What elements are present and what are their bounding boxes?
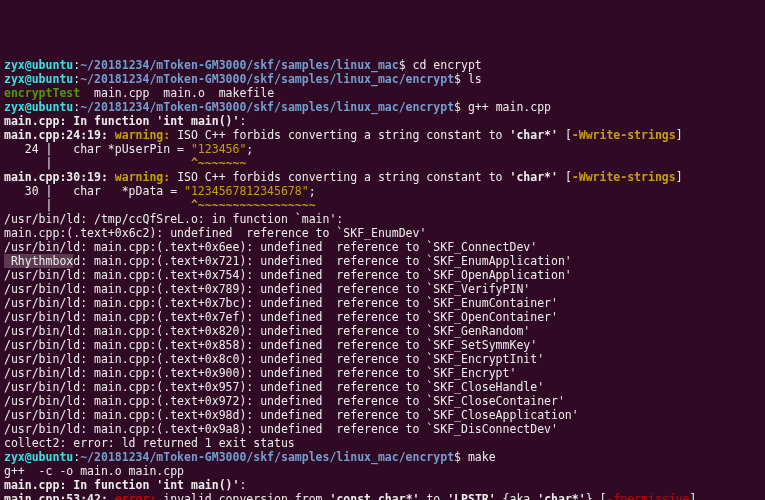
err-loc: main.cpp:53:42: [4,492,108,500]
prompt-user: zyx@ubuntu [4,450,73,464]
caret-underline: ^~~~~~~~ [191,156,246,170]
ld-ref: /usr/bin/ld: main.cpp:(.text+0x858): und… [4,338,537,352]
ld-ref: /usr/bin/ld: main.cpp:(.text+0x7ef): und… [4,310,558,324]
error-msg: invalid conversion from [163,492,322,500]
cmd-ls: ls [468,72,482,86]
ld-ref: /usr/bin/ld: main.cpp:(.text+0x8c0): und… [4,352,544,366]
prompt-user: zyx@ubuntu [4,100,73,114]
cmd-cd: cd encrypt [413,58,482,72]
ld-main: /usr/bin/ld: /tmp/ccQfSreL.o: in functio… [4,212,343,226]
ls-file: main.cpp [94,86,149,100]
warning-label: warning: [115,170,170,184]
prompt-path: ~/20181234/mToken-GM3000/skf/samples/lin… [80,450,454,464]
ld-ref: /usr/bin/ld: main.cpp:(.text+0x6ee): und… [4,240,537,254]
collect2-error: collect2: error: ld returned 1 exit stat… [4,436,295,450]
warn-flag: -Wwrite-strings [572,170,676,184]
warning-label: warning: [115,128,170,142]
ld-ref: /usr/bin/ld: main.cpp:(.text+0x820): und… [4,324,530,338]
ld-ref: /usr/bin/ld: main.cpp:(.text+0x9a8): und… [4,422,558,436]
ld-ref: /usr/bin/ld: main.cpp:(.text+0x972): und… [4,394,565,408]
code-line: 30 | char *pData = [4,184,184,198]
in-function: main.cpp: In function 'int main()': [4,478,246,492]
ld-ref: /usr/bin/ld: main.cpp:(.text+0x900): und… [4,366,516,380]
prompt-path: ~/20181234/mToken-GM3000/skf/samples/lin… [80,72,454,86]
prompt-path: ~/20181234/mToken-GM3000/skf/samples/lin… [80,100,454,114]
ld-ref: main.cpp:(.text+0x6c2): undefined refere… [4,226,426,240]
prompt-dollar: $ [399,58,406,72]
taskbar-overlay: Rhythmbox [4,254,73,268]
caret-underline: ^~~~~~~~~~~~~~~~~~ [191,198,316,212]
prompt-path: ~/20181234/mToken-GM3000/skf/samples/lin… [80,58,399,72]
warn-flag: -Wwrite-strings [572,128,676,142]
ld-ref: /usr/bin/ld: main.cpp:(.text+0x957): und… [4,380,544,394]
string-literal: "123456" [191,142,246,156]
in-function: main.cpp: In function 'int main()': [4,114,246,128]
ld-ref: /usr/bin/ld: main.cpp:(.text+0x789): und… [4,282,530,296]
cmd-make: make [468,450,496,464]
prompt-user: zyx@ubuntu [4,72,73,86]
string-literal: "1234567812345678" [184,184,309,198]
warn-loc: main.cpp:30:19: [4,170,108,184]
warn-loc: main.cpp:24:19: [4,128,108,142]
prompt-user: zyx@ubuntu [4,58,73,72]
ls-file: makefile [219,86,274,100]
make-compile: g++ -c -o main.o main.cpp [4,464,184,478]
err-flag: -fpermissive [606,492,689,500]
ld-ref: /usr/bin/ld: main.cpp:(.text+0x754): und… [4,268,572,282]
ld-ref: /usr/bin/ld: main.cpp:(.text+0x7bc): und… [4,296,558,310]
terminal-content[interactable]: zyx@ubuntu:~/20181234/mToken-GM3000/skf/… [4,58,761,500]
ls-file: main.o [163,86,205,100]
warning-msg: ISO C++ forbids converting a string cons… [177,170,502,184]
code-line: 24 | char *pUserPin = [4,142,191,156]
error-label: error: [115,492,157,500]
cmd-gpp: g++ main.cpp [468,100,551,114]
ld-ref: d: main.cpp:(.text+0x721): undefined ref… [73,254,572,268]
ld-ref: /usr/bin/ld: main.cpp:(.text+0x98d): und… [4,408,579,422]
ls-exe: encryptTest [4,86,80,100]
warning-msg: ISO C++ forbids converting a string cons… [177,128,502,142]
